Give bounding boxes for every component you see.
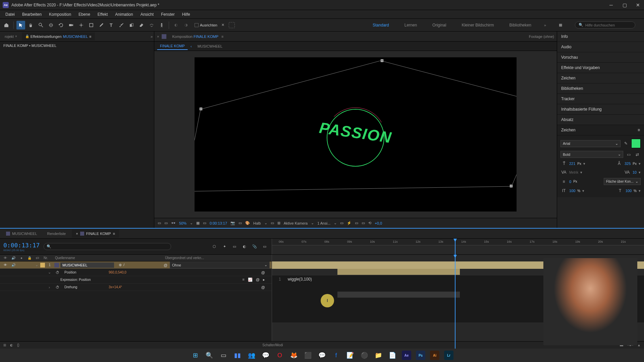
camera-dropdown[interactable]: Aktive Kamera: [284, 221, 308, 225]
transform-handle[interactable]: [510, 185, 513, 187]
composition-tab[interactable]: Komposition FINALE KOMP ≡: [169, 33, 226, 40]
ausrichten-checkbox[interactable]: Ausrichten: [195, 23, 217, 27]
panel-audio[interactable]: Audio: [557, 42, 644, 52]
eraser-tool[interactable]: [137, 21, 146, 29]
panel-overflow-icon[interactable]: »: [151, 35, 153, 39]
zoom-tool[interactable]: [37, 21, 45, 29]
selection-tool[interactable]: [16, 21, 25, 29]
stroke-value[interactable]: 0: [569, 180, 571, 184]
font-style-dropdown[interactable]: Bold⌄: [560, 151, 623, 158]
switches-modes-label[interactable]: Schalter/Modi: [262, 343, 283, 347]
taskbar-notes[interactable]: 📝: [344, 350, 356, 361]
project-tab[interactable]: rojekt×: [1, 33, 20, 41]
toggle-switches-icon[interactable]: ⊞: [3, 343, 6, 347]
no-color-icon[interactable]: ▭: [625, 152, 632, 158]
toggle-modes-icon[interactable]: ◐: [10, 343, 13, 347]
menu-animation[interactable]: Animation: [112, 11, 136, 18]
workspace-kleiner[interactable]: Kleiner Bildschirm: [459, 21, 496, 29]
exposure-reset-icon[interactable]: ⟲: [368, 221, 371, 225]
workspace-grid-icon[interactable]: ▦: [556, 21, 565, 29]
transparency-icon[interactable]: ▭: [164, 221, 168, 225]
drehung-value[interactable]: 3x+14,4°: [109, 285, 122, 289]
layer-bar-inner[interactable]: [337, 269, 460, 275]
panel-vorschau[interactable]: Vorschau: [557, 52, 644, 63]
solo-switch-icon[interactable]: ●: [18, 256, 25, 260]
snap-icon[interactable]: ✕: [219, 21, 227, 29]
timeline-icon[interactable]: ▭: [355, 221, 358, 225]
viewer-timecode[interactable]: 0:00:13:17: [210, 221, 227, 225]
taskbar-app[interactable]: ⬛: [302, 350, 314, 361]
frame-blend-icon[interactable]: ▭: [231, 243, 238, 250]
tracking-value[interactable]: 10: [633, 170, 637, 174]
panel-info[interactable]: Info: [557, 32, 644, 42]
transform-handle[interactable]: [381, 59, 383, 62]
stopwatch-icon[interactable]: ⏱: [56, 285, 60, 289]
kerning-value[interactable]: Metrik: [569, 171, 578, 174]
drehung-twirl[interactable]: ›: [47, 285, 52, 289]
composition-viewer[interactable]: PASSION: [154, 51, 557, 218]
mask-mode-icon[interactable]: ◐: [172, 21, 180, 29]
menu-bearbeiten[interactable]: Bearbeiten: [19, 11, 45, 18]
timeline-tab-finale[interactable]: ×FINALE KOMP≡: [72, 230, 119, 238]
cti-track[interactable]: [455, 255, 455, 341]
taskbar-editor[interactable]: 📄: [387, 350, 398, 361]
brush-tool[interactable]: [117, 21, 126, 29]
comp-flowchart-icon[interactable]: ▭: [362, 221, 365, 225]
timeline-search[interactable]: 🔍: [44, 243, 171, 250]
snap2-icon[interactable]: [229, 22, 235, 28]
camera-tool[interactable]: [67, 21, 75, 29]
expr-language-icon[interactable]: ▸: [263, 278, 265, 282]
panel-absatz[interactable]: Absatz: [557, 115, 644, 125]
vscale-value[interactable]: 100: [569, 189, 575, 193]
audio-switch-icon[interactable]: 🔊: [10, 256, 17, 260]
resolution-drop-icon[interactable]: ⌄: [264, 221, 267, 225]
panel-menu-icon[interactable]: ≡: [638, 128, 640, 132]
fill-color-swatch[interactable]: [631, 139, 641, 148]
resolution-icon[interactable]: ▦: [196, 221, 200, 225]
pen-tool[interactable]: [97, 21, 106, 29]
panel-tracker[interactable]: Tracker: [557, 94, 644, 104]
effect-controls-tab[interactable]: 🔒 Effekteinstellungen MUSICWHEEL ≡: [22, 33, 95, 41]
expression-pickwhip-icon[interactable]: @: [261, 270, 265, 275]
expr-graph-icon[interactable]: 📈: [248, 278, 253, 282]
transform-handle[interactable]: [200, 108, 202, 110]
panel-menu-icon[interactable]: ≡: [89, 35, 91, 39]
property-position[interactable]: ⌄ ⏱ Position 960,0,540,0 @: [0, 269, 272, 276]
font-family-dropdown[interactable]: Arial⌄: [560, 140, 621, 147]
minimize-button[interactable]: ─: [608, 2, 614, 8]
taskbar-lightroom[interactable]: Lr: [443, 350, 454, 361]
workspace-original[interactable]: Original: [430, 21, 449, 29]
label-icon[interactable]: 🏷: [34, 256, 41, 260]
video-toggle[interactable]: 👁: [2, 263, 9, 267]
exposure-value[interactable]: +0,0: [375, 221, 382, 225]
grid-icon[interactable]: ⊞: [277, 221, 280, 225]
anchor-tool[interactable]: [77, 21, 86, 29]
eyedropper-icon[interactable]: ✎: [623, 140, 629, 146]
menu-ebene[interactable]: Ebene: [75, 11, 94, 18]
magnification-icon[interactable]: ▭: [158, 221, 161, 225]
views-dropdown[interactable]: 1 Ansi...: [317, 221, 330, 225]
region-icon[interactable]: ▭: [271, 221, 274, 225]
layer-row-1[interactable]: 👁 🔊 ⌄ 1 MUSICWHEEL ⊕/ @ Ohne⌄: [0, 261, 272, 269]
taskbar-taskview[interactable]: ▭: [218, 350, 229, 361]
taskbar-widgets[interactable]: ▮▮: [232, 350, 243, 361]
menu-ansicht[interactable]: Ansicht: [137, 11, 157, 18]
position-value[interactable]: 960,0,540,0: [109, 270, 126, 274]
taskbar-windows[interactable]: ⊞: [190, 350, 201, 361]
comp-mini-flowchart-icon[interactable]: ⬡: [211, 243, 218, 250]
swap-color-icon[interactable]: ⇄: [634, 152, 641, 158]
timeline-tab-renderliste[interactable]: Renderliste: [43, 230, 70, 238]
panel-zeichen-open[interactable]: Zeichen≡: [557, 125, 644, 135]
brain-icon[interactable]: ▭: [261, 243, 268, 250]
menu-komposition[interactable]: Komposition: [46, 11, 74, 18]
taskbar-firefox[interactable]: 🦊: [288, 350, 300, 361]
timeline-tab-musicwheel[interactable]: MUSICWHEEL: [2, 230, 41, 238]
taskbar-aftereffects[interactable]: Ae: [401, 350, 412, 361]
fill-over-dropdown[interactable]: Fläche über Kon...⌄: [604, 178, 641, 185]
layer-name[interactable]: MUSICWHEEL: [60, 262, 114, 268]
subtab-finale[interactable]: FINALE KOMP: [157, 42, 188, 50]
taskbar-search[interactable]: 🔍: [204, 350, 215, 361]
workspace-more-icon[interactable]: »: [544, 23, 546, 27]
font-size-value[interactable]: 221: [569, 162, 575, 166]
position-twirl[interactable]: ⌄: [47, 270, 52, 275]
